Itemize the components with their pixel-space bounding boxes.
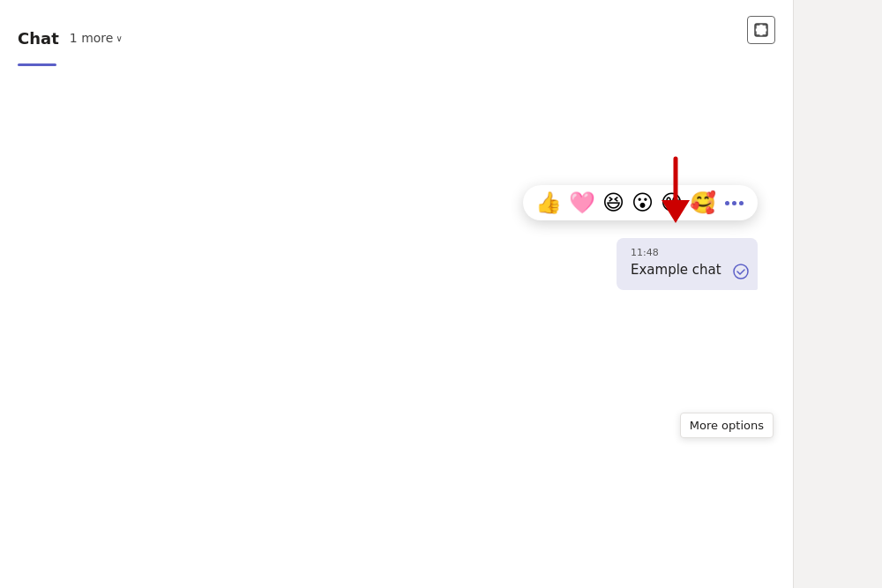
dot-3 xyxy=(739,201,744,205)
svg-point-3 xyxy=(734,264,748,279)
dot-2 xyxy=(732,201,736,205)
main-panel: Chat 1 more ∨ 👍 🩷 😆 😮 😅 🥰 xyxy=(0,0,794,588)
right-panel xyxy=(794,0,882,588)
chat-title: Chat xyxy=(18,29,59,48)
svg-marker-2 xyxy=(662,200,690,223)
emoji-heart[interactable]: 🩷 xyxy=(569,192,595,213)
more-tabs-button[interactable]: 1 more ∨ xyxy=(70,31,123,45)
message-text: Example chat xyxy=(631,262,744,278)
message-read-icon xyxy=(733,264,749,283)
expand-button[interactable] xyxy=(747,16,775,44)
reaction-bar: 👍 🩷 😆 😮 😅 🥰 xyxy=(523,185,758,220)
more-options-tooltip: More options xyxy=(680,413,774,438)
emoji-laugh[interactable]: 😆 xyxy=(602,192,624,213)
emoji-thumbs-up[interactable]: 👍 xyxy=(535,192,562,213)
message-bubble-wrapper: 11:48 Example chat More options xyxy=(617,238,758,290)
svg-rect-0 xyxy=(755,24,767,36)
chat-header: Chat 1 more ∨ xyxy=(0,0,793,62)
message-time: 11:48 xyxy=(631,247,744,258)
chat-area: 👍 🩷 😆 😮 😅 🥰 11:48 Example chat xyxy=(0,66,793,584)
chevron-down-icon: ∨ xyxy=(116,33,122,43)
red-arrow-indicator xyxy=(649,154,702,237)
dot-1 xyxy=(725,201,729,205)
message-bubble: 11:48 Example chat xyxy=(617,238,758,290)
more-reactions-button[interactable] xyxy=(723,201,745,205)
